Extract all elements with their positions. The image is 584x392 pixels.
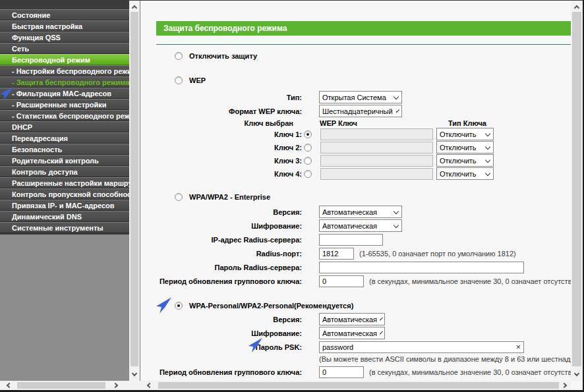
sidebar-item-quick-setup[interactable]: Быстрая настройка — [0, 20, 129, 32]
enterprise-group-key-hint: (в секундах, минимальное значение 30, 0 … — [369, 277, 571, 285]
wep-key4-type-value: Отключить — [440, 170, 477, 178]
sidebar-item-dhcp[interactable]: DHCP — [0, 121, 129, 132]
sidebar-item-system-tools[interactable]: Системные инструменты — [0, 222, 129, 233]
sidebar-item-bandwidth-control[interactable]: Контроль пропускной способности — [0, 188, 129, 200]
wep-key1-type-select[interactable]: Отключить — [436, 128, 494, 140]
disable-security-radio[interactable] — [175, 52, 183, 60]
wep-key-row: Ключ 4: Отключить — [140, 167, 571, 180]
title-divider — [156, 44, 571, 45]
sidebar-item-forwarding[interactable]: Переадресация — [0, 132, 129, 144]
psk-password-hint: (Вы можете ввести ASCII символы в диапаз… — [319, 355, 571, 363]
wep-key3-label: Ключ 3: — [140, 157, 302, 165]
sidebar-item-network[interactable]: Сеть — [0, 43, 129, 54]
wep-key1-radio[interactable] — [304, 130, 312, 138]
personal-radio[interactable] — [175, 302, 183, 310]
sidebar-item-mac-filtering[interactable]: - Фильтрация MAC-адресов — [0, 88, 129, 99]
scroll-down-icon[interactable] — [129, 370, 140, 379]
wep-type-value: Открытая Система — [322, 94, 386, 101]
sidebar-vertical-scrollbar-thumb[interactable] — [131, 12, 138, 366]
sidebar-item-parental-control[interactable]: Родительский контроль — [0, 155, 129, 166]
wep-key1-type-value: Отключить — [440, 130, 477, 138]
psk-password-label: Пароль PSK: — [140, 343, 302, 351]
wep-key-row: Ключ 3: Отключить — [140, 154, 571, 167]
chevron-down-icon — [485, 170, 490, 175]
sidebar-item-qss[interactable]: Функция QSS — [0, 32, 129, 43]
sidebar-horizontal-scrollbar[interactable] — [0, 381, 129, 390]
enterprise-encryption-select[interactable]: Автоматическая — [319, 219, 402, 232]
disable-security-label: Отключить защиту — [189, 52, 257, 60]
clear-icon[interactable]: × — [515, 343, 521, 352]
sidebar-item-access-control[interactable]: Контроль доступа — [0, 166, 129, 177]
wep-key4-type-select[interactable]: Отключить — [436, 167, 494, 180]
personal-encryption-select[interactable]: Автоматическая — [319, 327, 385, 339]
sidebar-item-wireless-settings[interactable]: - Настройки беспроводного режима — [0, 65, 129, 76]
chevron-down-icon — [485, 144, 490, 149]
wep-key2-input[interactable] — [320, 142, 433, 154]
scroll-up-icon[interactable] — [571, 2, 583, 11]
sidebar-item-status[interactable]: Состояние — [0, 9, 129, 20]
personal-version-value: Автоматическая — [322, 316, 377, 323]
wep-key1-label: Ключ 1: — [140, 130, 302, 138]
content-horizontal-scrollbar[interactable] — [140, 381, 571, 390]
wep-key2-radio[interactable] — [304, 144, 312, 152]
wep-key1-input[interactable] — [320, 128, 433, 140]
wep-format-select[interactable]: Шестнадцатеричный — [319, 105, 402, 117]
enterprise-encryption-label: Шифрование: — [140, 222, 302, 230]
wep-type-select[interactable]: Открытая Система — [319, 91, 402, 103]
wep-col-key-type: Тип Ключа — [448, 119, 486, 127]
scroll-down-icon[interactable] — [571, 370, 583, 379]
wep-type-label: Тип: — [140, 94, 302, 101]
personal-group-key-input[interactable] — [319, 366, 364, 378]
radius-password-label: Пароль Radius-сервера: — [140, 264, 302, 271]
scroll-left-icon[interactable] — [143, 381, 154, 390]
sidebar-item-dynamic-dns[interactable]: Динамический DNS — [0, 211, 129, 222]
wep-key3-type-value: Отключить — [440, 157, 477, 165]
enterprise-group-key-input[interactable] — [319, 275, 364, 287]
sidebar-item-advanced-settings[interactable]: - Расширенные настройки — [0, 99, 129, 110]
scroll-up-icon[interactable] — [129, 2, 140, 11]
sidebar-item-wireless[interactable]: Беспроводной режим — [0, 54, 129, 65]
wep-col-key-selected: Ключ выбран — [140, 119, 302, 127]
sidebar-item-security[interactable]: Безопасность — [0, 144, 129, 155]
content-horizontal-scrollbar-thumb[interactable] — [158, 382, 559, 389]
chevron-down-icon — [380, 317, 383, 320]
enterprise-version-select[interactable]: Автоматическая — [319, 206, 402, 218]
radius-ip-label: IP-адрес Radius-сервера: — [140, 236, 302, 244]
content-vertical-scrollbar-thumb[interactable] — [572, 12, 581, 366]
wep-key3-radio[interactable] — [304, 157, 312, 165]
radius-password-input[interactable] — [319, 262, 524, 273]
sidebar-item-wireless-security[interactable]: - Защита беспроводного режима — [0, 76, 129, 88]
enterprise-radio[interactable] — [175, 193, 183, 201]
scroll-right-icon[interactable] — [111, 381, 121, 390]
sidebar-horizontal-scrollbar-thumb[interactable] — [17, 382, 105, 389]
personal-version-label: Версия: — [140, 316, 302, 323]
psk-password-input[interactable] — [319, 341, 524, 353]
wep-key4-label: Ключ 4: — [140, 170, 302, 178]
chevron-down-icon — [485, 130, 490, 136]
sidebar-vertical-scrollbar[interactable] — [129, 1, 140, 381]
content-vertical-scrollbar[interactable] — [571, 1, 583, 381]
wep-key4-input[interactable] — [320, 168, 433, 180]
enterprise-group-key-label: Период обновления группового ключа: — [140, 277, 302, 285]
cursor-arrow-icon — [0, 84, 14, 103]
personal-option: WPA-Personal/WPA2-Personal(Рекомендуется… — [175, 301, 571, 310]
wep-key3-input[interactable] — [320, 155, 433, 167]
wep-key2-label: Ключ 2: — [140, 144, 302, 152]
personal-label: WPA-Personal/WPA2-Personal(Рекомендуется… — [189, 302, 353, 310]
radius-port-input[interactable] — [319, 248, 354, 260]
sidebar-item-ip-mac-binding[interactable]: Привязка IP- и MAC-адресов — [0, 200, 129, 211]
wep-radio[interactable] — [175, 76, 183, 84]
chevron-down-icon — [380, 331, 383, 334]
personal-encryption-value: Автоматическая — [322, 329, 377, 337]
scroll-left-icon[interactable] — [3, 381, 13, 390]
wep-key4-radio[interactable] — [304, 170, 312, 178]
radius-ip-input[interactable] — [319, 234, 383, 246]
enterprise-version-value: Автоматическая — [322, 208, 377, 216]
sidebar-item-advanced-routing[interactable]: Расширенные настройки маршрутизаци — [0, 177, 129, 188]
scroll-right-icon[interactable] — [560, 381, 570, 390]
sidebar-item-wireless-statistics[interactable]: - Статистика беспроводного режима — [0, 110, 129, 121]
personal-version-select[interactable]: Автоматическая — [319, 313, 385, 325]
wep-option: WEP — [175, 76, 571, 85]
wep-key2-type-select[interactable]: Отключить — [436, 141, 494, 154]
wep-key3-type-select[interactable]: Отключить — [436, 154, 494, 167]
